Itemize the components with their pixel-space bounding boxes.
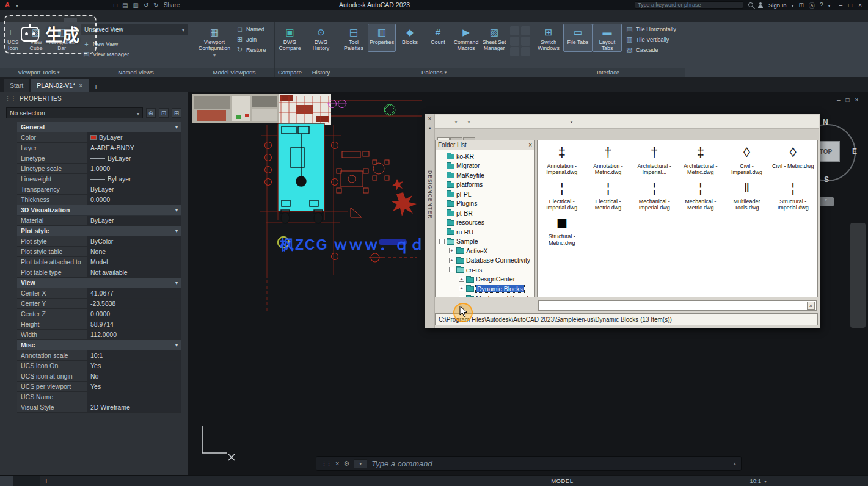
tree-item[interactable]: + DesignCenter [436, 275, 534, 285]
new-drawing-tab-icon[interactable]: + [90, 82, 102, 92]
tree-item[interactable]: + Dynamic Blocks [436, 284, 534, 294]
command-drag-handle[interactable]: ⋮⋮ [321, 460, 331, 466]
panel-label-interface[interactable]: Interface [531, 68, 685, 77]
share-button[interactable]: Share [164, 2, 180, 9]
views-icon[interactable] [566, 117, 577, 127]
property-value[interactable]: 58.9714 [87, 319, 181, 329]
new-layout-icon[interactable]: + [40, 476, 53, 485]
annotation-scale-value[interactable]: 10:1 [749, 477, 761, 484]
folder-list-close-icon[interactable] [528, 142, 532, 148]
tree-item[interactable]: Plugins [436, 199, 534, 209]
account-icon[interactable] [758, 2, 764, 8]
app-menu-icon[interactable] [16, 2, 18, 9]
switch-windows-button[interactable]: ⊞ Switch Windows [534, 24, 563, 52]
dwg-item[interactable]: ‡ Annotation - Imperial.dwg [539, 143, 585, 176]
maximize-icon[interactable] [848, 2, 852, 9]
tree-item[interactable]: ko-KR [436, 151, 534, 161]
property-value[interactable]: Yes [87, 361, 181, 371]
dwg-item[interactable]: ¦ Electrical - Metric.dwg [585, 178, 632, 211]
drawing-close-icon[interactable] [855, 96, 859, 103]
annotation-scale-chevron-icon[interactable] [764, 477, 767, 484]
tree-item[interactable]: Migrator [436, 161, 534, 171]
dwg-item[interactable]: ‡ Architectural - Metric.dwg [677, 143, 724, 176]
command-line[interactable]: ⋮⋮ ⚙ Type a command ▴ [316, 456, 742, 471]
drawing-restore-icon[interactable] [846, 96, 850, 103]
dwg-item[interactable]: ¦ Mechanical - Metric.dwg [677, 178, 724, 211]
restore-button[interactable]: ↻ Restore [234, 45, 268, 55]
dwg-item[interactable]: ¦ Structural - Imperial.dwg [770, 178, 816, 211]
dwg-history-button[interactable]: ⊙ DWG History [308, 24, 334, 52]
command-history-up-icon[interactable]: ▴ [733, 460, 736, 466]
search-icon[interactable] [748, 2, 753, 7]
command-recent-button[interactable] [354, 459, 367, 468]
zoom-icon[interactable] [850, 258, 866, 275]
tree-item[interactable]: - Sample [436, 237, 534, 247]
selection-dropdown[interactable]: No selection [6, 107, 143, 118]
property-value[interactable]: ByLayer [87, 153, 181, 163]
property-value[interactable]: A-AREA-BNDY [87, 143, 181, 153]
file-tabs-button[interactable]: ▭ File Tabs [563, 24, 593, 52]
help-search-input[interactable]: Type a keyword or phrase [635, 1, 743, 9]
tree-expand-icon[interactable]: - [439, 239, 445, 244]
viewcube-south[interactable]: S [824, 175, 829, 184]
tree-expand-icon[interactable]: + [449, 258, 454, 263]
load-icon[interactable] [437, 117, 448, 127]
palette-mini-icon[interactable] [521, 37, 530, 46]
palette-mini-icon[interactable] [510, 47, 519, 56]
help-chevron-icon[interactable] [828, 2, 831, 9]
property-value[interactable]: ByColor [87, 236, 181, 246]
tree-item[interactable]: - en-us [436, 265, 534, 275]
panel-label-named-views[interactable]: Named Views [78, 68, 194, 77]
new-file-icon[interactable]: □ [114, 2, 117, 9]
redo-icon[interactable]: ↻ [153, 2, 158, 9]
autocad-logo[interactable]: A [2, 1, 12, 9]
viewcube-north[interactable]: N [823, 118, 828, 126]
app-store-icon[interactable]: ⊞ [799, 2, 804, 9]
command-customize-icon[interactable]: ⚙ [343, 460, 349, 468]
home-icon[interactable] [514, 117, 525, 127]
viewport-configuration-button[interactable]: ▦ Viewport Configuration [197, 24, 232, 59]
orbit-icon[interactable] [850, 275, 866, 292]
panel-label-palettes[interactable]: Palettes [337, 68, 531, 77]
tree-view-icon[interactable] [527, 117, 538, 127]
blocks-button[interactable]: ◆ Blocks [396, 24, 424, 52]
dwg-item[interactable]: ◊ Civil - Metric.dwg [770, 143, 816, 176]
file-tab-close-icon[interactable] [79, 82, 82, 89]
quick-select-icon[interactable] [172, 108, 181, 118]
property-value[interactable]: Yes [87, 382, 181, 391]
tree-item[interactable]: ru-RU [436, 227, 534, 237]
properties-header[interactable]: ⋮⋮ PROPERTIES [0, 92, 188, 105]
dwg-item[interactable]: ‖ Multileader Tools.dwg [724, 178, 770, 211]
count-button[interactable]: # Count [424, 24, 452, 52]
designcenter-titlebar[interactable]: ▪ DESIGNCENTER [425, 114, 435, 328]
property-value[interactable]: None [87, 247, 181, 256]
tree-item[interactable]: + Mechanical Sample [436, 294, 534, 297]
designcenter-close-icon[interactable] [428, 115, 432, 122]
property-value[interactable]: ByLayer [87, 132, 181, 142]
property-value[interactable]: Not available [87, 267, 181, 277]
tree-item[interactable]: + Database Connectivity [436, 256, 534, 266]
drawing-minimize-icon[interactable] [837, 96, 841, 103]
palette-mini-icon[interactable] [521, 26, 530, 35]
tool-palettes-button[interactable]: ▤ Tool Palettes [340, 24, 368, 52]
property-value[interactable]: 0.0000 [87, 195, 181, 205]
tile-horizontally-button[interactable]: ▤ Tile Horizontally [624, 24, 678, 34]
property-value[interactable]: 112.0000 [87, 330, 181, 339]
sheet-set-manager-button[interactable]: ▨ Sheet Set Manager [480, 24, 508, 52]
showmotion-icon[interactable] [850, 292, 866, 310]
layout-tab[interactable] [27, 476, 40, 486]
autodesk-a-icon[interactable]: Ⓐ [809, 1, 815, 10]
tree-expand-icon[interactable]: + [459, 286, 464, 291]
description-icon[interactable] [553, 117, 564, 127]
layout-tab[interactable] [13, 476, 27, 486]
palette-mini-icon[interactable] [521, 47, 530, 56]
file-tab[interactable]: PLAN-02-V1* [31, 79, 89, 92]
panel-label-compare[interactable]: Compare [275, 68, 305, 77]
viewcube-east[interactable]: E [852, 147, 857, 156]
tree-item[interactable]: MaKeyfile [436, 170, 534, 180]
cascade-button[interactable]: ▧ Cascade [624, 45, 678, 55]
preview-icon[interactable] [540, 117, 551, 127]
tree-item[interactable]: resources [436, 218, 534, 228]
view-manager-button[interactable]: ▤ View Manager [81, 49, 191, 59]
tree-item[interactable]: pt-BR [436, 208, 534, 218]
